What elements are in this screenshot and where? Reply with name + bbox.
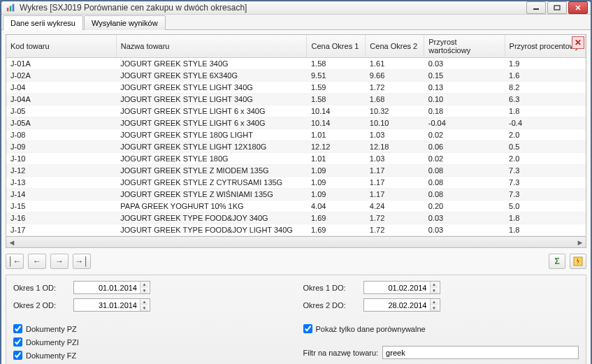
scroll-left-icon[interactable]: ◄	[6, 238, 17, 247]
cell-c2: 4.24	[366, 201, 424, 212]
chk-pz-input[interactable]	[13, 324, 22, 333]
cell-pp: 1.8	[505, 105, 585, 117]
nav-next-button[interactable]: →	[50, 254, 68, 269]
cell-kod: J-16	[6, 212, 116, 224]
cell-pw: 0.13	[424, 82, 505, 94]
okres2-od-input[interactable]	[74, 299, 140, 311]
tab-dane-serii[interactable]: Dane serii wykresu	[3, 15, 83, 30]
table-row[interactable]: J-16JOGURT GREEK TYPE FOOD&JOY 340G1.691…	[6, 212, 586, 224]
cell-nazwa: JOGURT GREEK STYLE LIGHT 12X180G	[116, 141, 307, 153]
table-row[interactable]: J-05AJOGURT GREEK STYLE LIGHT 6 x 340G10…	[6, 117, 586, 129]
spin-up-icon[interactable]: ▲	[431, 282, 438, 288]
table-row[interactable]: J-08JOGURT GREEK STYLE 180G LIGHT1.011.0…	[6, 129, 586, 141]
cell-kod: J-10	[6, 153, 116, 165]
nav-prev-button[interactable]: ←	[28, 254, 46, 269]
cell-nazwa: JOGURT GREEK TYPE FOOD&JOY 340G	[116, 212, 307, 224]
cell-nazwa: JOGURT GREEK STYLE LIGHT 340G	[116, 82, 307, 94]
minimize-button[interactable]	[526, 1, 546, 14]
okres1-od-input[interactable]	[74, 282, 140, 293]
okres2-od-field[interactable]: ▲▼	[73, 298, 150, 312]
cell-kod: J-13	[6, 177, 116, 189]
cell-pw: 0.20	[424, 201, 505, 212]
spin-down-icon[interactable]: ▼	[140, 288, 148, 294]
col-kod[interactable]: Kod towaru	[6, 35, 116, 58]
cell-pp: 5.0	[505, 201, 585, 212]
okres2-do-input[interactable]	[364, 299, 430, 311]
chk-porownywalne[interactable]: Pokaż tylko dane porównywalne	[303, 324, 579, 333]
col-c2[interactable]: Cena Okres 2	[366, 35, 424, 58]
cell-pp: 7.3	[505, 189, 585, 201]
cell-pw: 0.02	[424, 153, 505, 165]
chk-pzi-input[interactable]	[13, 337, 22, 347]
okres1-do-field[interactable]: ▲▼	[363, 281, 440, 294]
cell-nazwa: PAPA GREEK YOGHURT 10% 1KG	[116, 201, 307, 212]
table-row[interactable]: J-12JOGURT GREEK STYLE Z MIODEM 135G1.09…	[6, 165, 586, 177]
scroll-right-icon[interactable]: ►	[575, 238, 586, 247]
cell-c1: 10.14	[307, 117, 366, 129]
titlebar: Wykres [SXJ019 Porównanie cen zakupu w d…	[1, 1, 591, 15]
cell-c2: 1.68	[366, 94, 424, 105]
cell-nazwa: JOGURT GREEK STYLE 180G	[116, 153, 307, 165]
grid-container: ✕ Kod towaru Nazwa towaru Cena Okres 1 C…	[6, 34, 586, 248]
nav-toolbar: │← ← → →│ Σ	[6, 252, 586, 270]
spin-down-icon[interactable]: ▼	[431, 288, 438, 294]
table-row[interactable]: J-17JOGURT GREEK TYPE FOOD&JOY LIGHT 340…	[6, 224, 586, 236]
table-row[interactable]: J-01AJOGURT GREEK STYLE 340G1.581.610.03…	[6, 58, 586, 70]
cell-kod: J-02A	[6, 70, 116, 82]
col-c1[interactable]: Cena Okres 1	[307, 35, 366, 58]
nav-first-button[interactable]: │←	[6, 254, 24, 269]
nav-last-button[interactable]: →│	[73, 254, 91, 269]
close-button[interactable]	[568, 1, 588, 14]
table-row[interactable]: J-02AJOGURT GREEK STYLE 6X340G9.519.660.…	[6, 70, 586, 82]
table-row[interactable]: J-13JOGURT GREEK STYLE Z CYTRUSAMI 135G1…	[6, 177, 586, 189]
col-pw[interactable]: Przyrost wartościowy	[424, 35, 505, 58]
cell-pw: 0.03	[424, 212, 505, 224]
label-okres1-od: Okres 1 OD:	[13, 284, 69, 292]
cell-c1: 1.09	[307, 177, 366, 189]
table-row[interactable]: J-09JOGURT GREEK STYLE LIGHT 12X180G12.1…	[6, 141, 586, 153]
maximize-button[interactable]	[547, 1, 567, 14]
cell-kod: J-08	[6, 129, 116, 141]
table-row[interactable]: J-04AJOGURT GREEK STYLE LIGHT 340G1.581.…	[6, 94, 586, 105]
okres2-do-field[interactable]: ▲▼	[363, 298, 440, 312]
cell-c1: 1.69	[307, 212, 366, 224]
okres1-do-input[interactable]	[364, 282, 430, 293]
table-row[interactable]: J-04JOGURT GREEK STYLE LIGHT 340G1.591.7…	[6, 82, 586, 94]
spin-down-icon[interactable]: ▼	[431, 305, 438, 312]
chk-porownywalne-label: Pokaż tylko dane porównywalne	[316, 325, 426, 333]
cell-c2: 1.72	[366, 224, 424, 236]
tab-wysylanie[interactable]: Wysyłanie wyników	[84, 15, 166, 30]
spin-up-icon[interactable]: ▲	[431, 299, 438, 305]
cell-c1: 4.04	[307, 201, 366, 212]
table-row[interactable]: J-15PAPA GREEK YOGHURT 10% 1KG4.044.240.…	[6, 201, 586, 212]
close-grid-button[interactable]: ✕	[572, 36, 584, 49]
refresh-button[interactable]	[570, 254, 586, 269]
chk-pz[interactable]: Dokumenty PZ	[13, 324, 289, 333]
cell-kod: J-04	[6, 82, 116, 94]
cell-c1: 9.51	[307, 70, 366, 82]
filter-input[interactable]	[382, 346, 579, 359]
spin-down-icon[interactable]: ▼	[140, 305, 148, 312]
table-row[interactable]: J-14JOGURT GREEK STYLE Z WIŚNIAMI 135G1.…	[6, 189, 586, 201]
cell-c1: 1.01	[307, 129, 366, 141]
spin-up-icon[interactable]: ▲	[140, 282, 148, 288]
table-row[interactable]: J-05JOGURT GREEK STYLE LIGHT 6 x 340G10.…	[6, 105, 586, 117]
table-row[interactable]: J-10JOGURT GREEK STYLE 180G1.011.030.022…	[6, 153, 586, 165]
chk-fz-input[interactable]	[13, 351, 22, 360]
cell-pp: 7.3	[505, 177, 585, 189]
cell-c2: 1.03	[366, 129, 424, 141]
cell-kod: J-09	[6, 141, 116, 153]
chk-fz[interactable]: Dokumenty FZ	[13, 351, 289, 360]
col-nazwa[interactable]: Nazwa towaru	[116, 35, 307, 58]
label-okres2-od: Okres 2 OD:	[13, 301, 69, 310]
horizontal-scrollbar[interactable]: ◄ ►	[6, 237, 586, 248]
spin-up-icon[interactable]: ▲	[140, 299, 148, 305]
okres1-od-field[interactable]: ▲▼	[73, 281, 150, 294]
cell-c2: 9.66	[366, 70, 424, 82]
chk-pzi[interactable]: Dokumenty PZI	[13, 337, 289, 347]
data-grid[interactable]: Kod towaru Nazwa towaru Cena Okres 1 Cen…	[6, 34, 586, 237]
cell-c1: 1.09	[307, 165, 366, 177]
chk-porownywalne-input[interactable]	[303, 324, 312, 333]
sum-button[interactable]: Σ	[549, 254, 565, 269]
svg-rect-3	[533, 8, 539, 10]
